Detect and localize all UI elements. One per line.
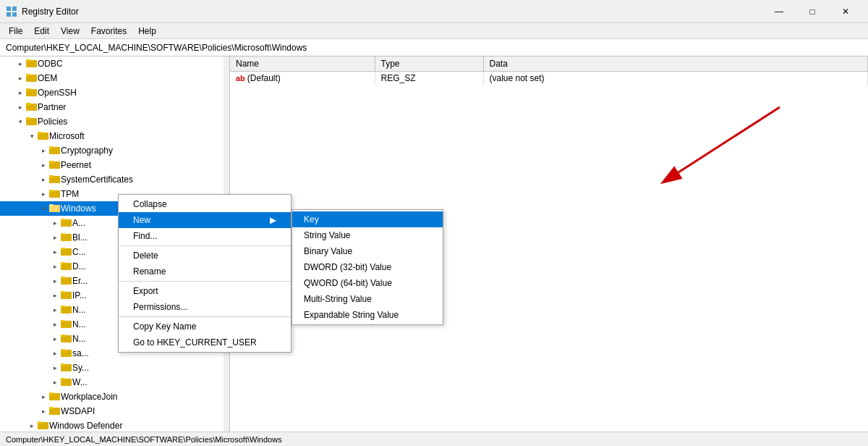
menu-view[interactable]: View xyxy=(55,25,85,38)
ctx-delete[interactable]: Delete xyxy=(119,248,291,264)
menu-edit[interactable]: Edit xyxy=(28,25,55,38)
submenu-key[interactable]: Key xyxy=(292,211,443,227)
folder-icon-partner xyxy=(26,101,38,114)
svg-rect-34 xyxy=(61,262,65,264)
ctx-goto-hkcu[interactable]: Go to HKEY_CURRENT_USER xyxy=(119,334,291,350)
ctx-collapse[interactable]: Collapse xyxy=(119,196,291,212)
folder-icon-a xyxy=(61,217,72,230)
ctx-copy-key-name[interactable]: Copy Key Name xyxy=(119,319,291,334)
ctx-sep-3 xyxy=(119,316,291,317)
folder-icon-ip xyxy=(61,290,72,302)
svg-rect-56 xyxy=(38,421,42,424)
folder-icon-tpm xyxy=(49,188,61,201)
folder-icon-sy xyxy=(61,362,72,374)
tree-label-n3: N... xyxy=(72,334,86,344)
submenu-multi-string[interactable]: Multi-String Value xyxy=(292,291,443,307)
svg-rect-24 xyxy=(49,190,54,192)
tree-label-oem: OEM xyxy=(38,73,57,83)
tree-label-cryptography: Cryptography xyxy=(61,146,113,156)
svg-rect-42 xyxy=(61,320,65,322)
expander-workplacejoin xyxy=(38,391,49,403)
expander-sy xyxy=(49,362,61,374)
folder-icon-wsdapi xyxy=(49,405,61,418)
title-bar: Registry Editor — □ ✕ xyxy=(0,0,868,23)
ctx-find[interactable]: Find... xyxy=(119,228,291,244)
address-bar: Computer\HKEY_LOCAL_MACHINE\SOFTWARE\Pol… xyxy=(0,39,868,56)
folder-icon-workplacejoin xyxy=(49,391,61,403)
col-header-name: Name xyxy=(230,56,375,71)
tree-item-systemcerts[interactable]: SystemCertificates xyxy=(0,172,229,187)
expander-d xyxy=(49,261,61,272)
ctx-sep-1 xyxy=(119,245,291,246)
folder-icon-w xyxy=(61,376,72,389)
expander-odbc xyxy=(14,58,26,70)
menu-favorites[interactable]: Favorites xyxy=(85,25,132,38)
cell-name: ab(Default) xyxy=(230,71,375,85)
col-header-type: Type xyxy=(375,56,483,71)
svg-rect-12 xyxy=(26,103,30,105)
tree-item-windows-defender[interactable]: Windows Defender xyxy=(0,418,229,432)
ctx-new-label: New xyxy=(133,215,150,225)
app-icon xyxy=(6,6,17,17)
tree-label-policies: Policies xyxy=(38,117,67,127)
tree-item-openssh[interactable]: OpenSSH xyxy=(0,85,229,100)
expander-systemcerts xyxy=(38,174,49,185)
svg-rect-30 xyxy=(61,233,65,235)
expander-tpm xyxy=(38,188,49,200)
svg-rect-3 xyxy=(12,12,17,17)
tree-label-bl: Bl... xyxy=(72,232,88,243)
svg-rect-1 xyxy=(12,7,17,11)
tree-item-wsdapi[interactable]: WSDAPI xyxy=(0,404,229,418)
tree-item-sy[interactable]: Sy... xyxy=(0,361,229,375)
tree-item-w[interactable]: W... xyxy=(0,375,229,390)
expander-peernet xyxy=(38,159,49,171)
svg-rect-40 xyxy=(61,306,65,308)
folder-icon-openssh xyxy=(26,87,38,99)
tree-label-ip: IP... xyxy=(72,290,87,300)
ctx-sep-2 xyxy=(119,281,291,282)
tree-label-workplacejoin: WorkplaceJoin xyxy=(61,392,117,402)
window-title: Registry Editor xyxy=(22,7,79,17)
menu-help[interactable]: Help xyxy=(132,25,162,38)
submenu-qword-value[interactable]: QWORD (64-bit) Value xyxy=(292,275,443,291)
tree-label-c: C... xyxy=(72,247,86,257)
tree-item-partner[interactable]: Partner xyxy=(0,100,229,114)
context-menu: Collapse New ▶ Find... Delete Rename Exp… xyxy=(118,194,292,353)
tree-item-policies[interactable]: Policies xyxy=(0,114,229,129)
svg-rect-52 xyxy=(49,392,54,395)
expander-er xyxy=(49,275,61,287)
cell-type: REG_SZ xyxy=(375,71,483,85)
svg-rect-2 xyxy=(7,12,11,17)
tree-item-microsoft[interactable]: Microsoft xyxy=(0,129,229,143)
folder-icon-c xyxy=(61,246,72,258)
ctx-permissions[interactable]: Permissions... xyxy=(119,299,291,315)
tree-label-er: Er... xyxy=(72,276,88,286)
folder-icon-sa xyxy=(61,348,72,360)
ctx-new[interactable]: New ▶ xyxy=(119,212,291,228)
submenu-expandable-string[interactable]: Expandable String Value xyxy=(292,307,443,323)
svg-rect-26 xyxy=(49,204,54,206)
submenu-binary-value[interactable]: Binary Value xyxy=(292,243,443,259)
svg-rect-50 xyxy=(61,378,65,380)
menu-file[interactable]: File xyxy=(3,25,28,38)
submenu-string-value[interactable]: String Value xyxy=(292,227,443,243)
minimize-button[interactable]: — xyxy=(762,0,796,23)
svg-rect-18 xyxy=(49,146,54,148)
tree-item-workplacejoin[interactable]: WorkplaceJoin xyxy=(0,390,229,404)
address-path: Computer\HKEY_LOCAL_MACHINE\SOFTWARE\Pol… xyxy=(6,43,307,53)
tree-item-oem[interactable]: OEM xyxy=(0,71,229,85)
status-bar: Computer\HKEY_LOCAL_MACHINE\SOFTWARE\Pol… xyxy=(0,432,868,446)
ctx-export[interactable]: Export xyxy=(119,283,291,299)
expander-policies xyxy=(14,116,26,127)
tree-item-peernet[interactable]: Peernet xyxy=(0,158,229,172)
ctx-rename[interactable]: Rename xyxy=(119,264,291,279)
table-row[interactable]: ab(Default) REG_SZ (value not set) xyxy=(230,71,868,85)
maximize-button[interactable]: □ xyxy=(796,0,829,23)
tree-label-openssh: OpenSSH xyxy=(38,88,77,98)
tree-item-odbc[interactable]: ODBC xyxy=(0,56,229,71)
tree-item-cryptography[interactable]: Cryptography xyxy=(0,143,229,158)
expander-windows-defender xyxy=(26,420,38,432)
close-button[interactable]: ✕ xyxy=(829,0,862,23)
submenu-dword-value[interactable]: DWORD (32-bit) Value xyxy=(292,259,443,275)
svg-rect-22 xyxy=(49,175,54,177)
